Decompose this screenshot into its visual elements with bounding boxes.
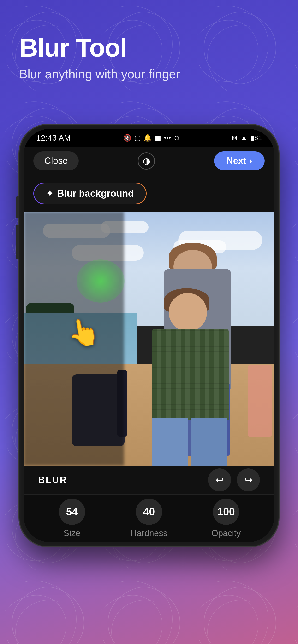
volume-button: [16, 225, 20, 259]
hardness-label: Hardness: [130, 528, 168, 538]
person3-partial: [248, 365, 272, 437]
notification-icon: 🔔: [143, 134, 152, 142]
photo-canvas[interactable]: 👆: [24, 212, 274, 466]
power-button: [16, 196, 20, 218]
person2-head: [169, 293, 207, 331]
person2: [145, 286, 265, 466]
calendar-icon: ▦: [155, 134, 161, 142]
mute-icon: 🔇: [123, 134, 131, 142]
size-label: Size: [64, 528, 80, 538]
phone-screen: 12:43 AM 🔇 ▢ 🔔 ▦ ••• ⊙ ⊠ ▲ ▮81 Close: [24, 129, 274, 542]
status-center-icons: 🔇 ▢ 🔔 ▦ ••• ⊙: [123, 134, 179, 142]
blur-brush-glow: [77, 260, 124, 302]
opacity-value: 100: [213, 498, 239, 525]
more-icon: •••: [164, 134, 171, 142]
camera-icon: ⊙: [174, 134, 180, 142]
blur-bg-section: ✦ Blur background: [24, 176, 274, 212]
controls-bar: 54 Size 40 Hardness 100 Opacity: [24, 494, 274, 542]
header-section: Blur Tool Blur anything with your finger: [19, 34, 279, 81]
status-bar: 12:43 AM 🔇 ▢ 🔔 ▦ ••• ⊙ ⊠ ▲ ▮81: [24, 129, 274, 146]
status-time: 12:43 AM: [36, 133, 71, 142]
blur-background-label: Blur background: [57, 188, 134, 199]
size-control[interactable]: 54 Size: [33, 498, 110, 538]
person2-left-leg: [152, 418, 188, 466]
size-value: 54: [59, 498, 85, 525]
battery-icon: ▮81: [251, 134, 262, 142]
phone-outer-shell: 12:43 AM 🔇 ▢ 🔔 ▦ ••• ⊙ ⊠ ▲ ▮81 Close: [20, 124, 278, 546]
sim-icon: ⊠: [232, 134, 237, 142]
blur-mode-label: BLUR: [38, 475, 67, 485]
hardness-control[interactable]: 40 Hardness: [110, 498, 187, 538]
wifi-icon: ▲: [241, 134, 247, 142]
sparkle-icon: ✦: [46, 188, 53, 198]
app-title: Blur Tool: [19, 34, 279, 62]
next-label: Next: [226, 156, 246, 166]
screen-icon: ▢: [134, 134, 140, 142]
app-subtitle: Blur anything with your finger: [19, 67, 279, 81]
status-right-icons: ⊠ ▲ ▮81: [232, 134, 262, 142]
person2-shirt: [152, 329, 229, 420]
blur-background-button-wrapper[interactable]: ✦ Blur background: [33, 182, 146, 204]
hand-cursor-icon: 👆: [65, 314, 102, 350]
app-logo: ◑: [138, 152, 155, 170]
action-buttons-group: ↩ ↪: [208, 468, 260, 492]
redo-button[interactable]: ↪: [237, 468, 260, 492]
next-arrow-icon: ›: [249, 156, 252, 166]
close-button[interactable]: Close: [33, 152, 79, 170]
undo-button[interactable]: ↩: [208, 468, 231, 492]
person2-right-leg: [192, 418, 227, 466]
next-button[interactable]: Next ›: [214, 152, 265, 170]
phone-mockup: 12:43 AM 🔇 ▢ 🔔 ▦ ••• ⊙ ⊠ ▲ ▮81 Close: [20, 124, 278, 546]
opacity-control[interactable]: 100 Opacity: [188, 498, 265, 538]
editor-toolbar: Close ◑ Next ›: [24, 146, 274, 176]
opacity-label: Opacity: [211, 528, 241, 538]
blur-background-button-inner: ✦ Blur background: [34, 183, 146, 204]
editor-mode-bar: BLUR ↩ ↪: [24, 466, 274, 494]
hardness-value: 40: [136, 498, 162, 525]
